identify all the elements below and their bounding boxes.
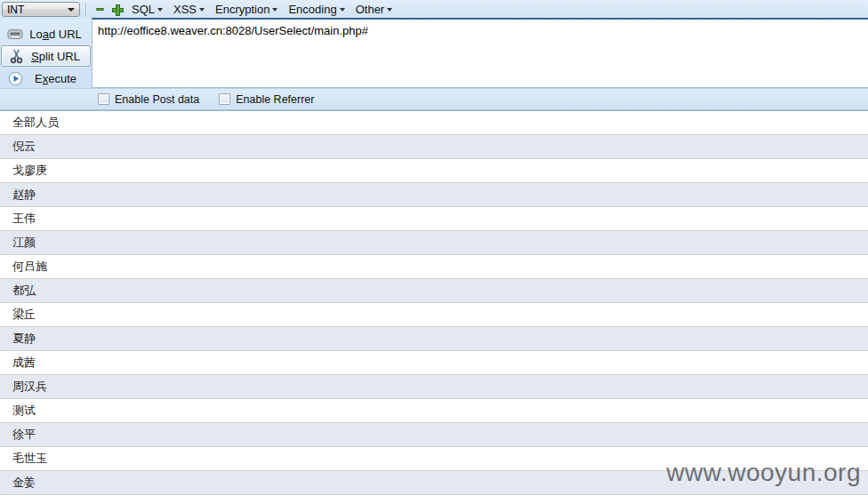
user-list-item[interactable]: 戈廖庚: [0, 159, 868, 183]
chevron-down-icon: [387, 8, 392, 12]
user-list-item[interactable]: 金姜: [0, 471, 868, 495]
menu-xss[interactable]: XSS: [168, 1, 210, 18]
user-list-item[interactable]: 毛世玉: [0, 447, 868, 471]
user-list: 全部人员倪云戈廖庚赵静王伟江颜何吕施都弘梁丘夏静成茜周汉兵测试徐平毛世玉金姜: [0, 110, 868, 496]
menu-other[interactable]: Other: [350, 1, 398, 18]
load-icon: [4, 28, 26, 41]
user-list-item[interactable]: 倪云: [0, 135, 868, 159]
user-list-item[interactable]: 徐平: [0, 423, 868, 447]
scissors-icon: [5, 49, 27, 64]
toolbar-separator: [85, 3, 86, 16]
user-list-item[interactable]: 全部人员: [0, 111, 868, 135]
profile-select[interactable]: INT: [2, 2, 80, 17]
user-list-item[interactable]: 夏静: [0, 327, 868, 351]
minus-icon: [96, 8, 104, 11]
plus-icon: [112, 4, 122, 14]
user-list-item[interactable]: 成茜: [0, 351, 868, 375]
chevron-down-icon: [68, 8, 75, 12]
remove-button[interactable]: [92, 2, 107, 16]
enable-post-data-checkbox[interactable]: [98, 93, 109, 105]
user-list-item[interactable]: 都弘: [0, 279, 868, 303]
profile-select-value: INT: [7, 4, 24, 16]
user-list-item[interactable]: 江颜: [0, 231, 868, 255]
user-list-item[interactable]: 梁丘: [0, 303, 868, 327]
chevron-down-icon: [157, 8, 163, 12]
add-button[interactable]: [109, 2, 124, 16]
action-panel: Load URL Split URL Execute: [0, 18, 92, 89]
menu-encoding[interactable]: Encoding: [283, 1, 350, 18]
options-bar: Enable Post data Enable Referrer: [0, 88, 868, 110]
enable-referrer-checkbox[interactable]: [219, 93, 230, 105]
enable-post-data-option: Enable Post data: [98, 93, 199, 106]
chevron-down-icon: [272, 8, 277, 12]
menu-sql[interactable]: SQL: [126, 1, 168, 18]
enable-referrer-label: Enable Referrer: [236, 93, 314, 106]
user-list-item[interactable]: 测试: [0, 399, 868, 423]
play-icon: [4, 71, 26, 86]
chevron-down-icon: [199, 8, 205, 12]
user-list-item[interactable]: 何吕施: [0, 255, 868, 279]
enable-referrer-option: Enable Referrer: [219, 93, 314, 106]
enable-post-data-label: Enable Post data: [115, 93, 199, 106]
split-url-button[interactable]: Split URL: [1, 45, 91, 67]
menubar: INT SQL XSS Encryption Encoding Other: [0, 0, 868, 18]
chevron-down-icon: [340, 8, 345, 12]
url-input[interactable]: http://eoffice8.weaver.cn:8028/UserSelec…: [92, 18, 868, 88]
user-list-item[interactable]: 赵静: [0, 183, 868, 207]
user-list-item[interactable]: 周汉兵: [0, 375, 868, 399]
load-url-button[interactable]: Load URL: [1, 23, 91, 44]
menu-encryption[interactable]: Encryption: [210, 1, 283, 18]
user-list-item[interactable]: 王伟: [0, 207, 868, 231]
execute-button[interactable]: Execute: [1, 68, 91, 89]
